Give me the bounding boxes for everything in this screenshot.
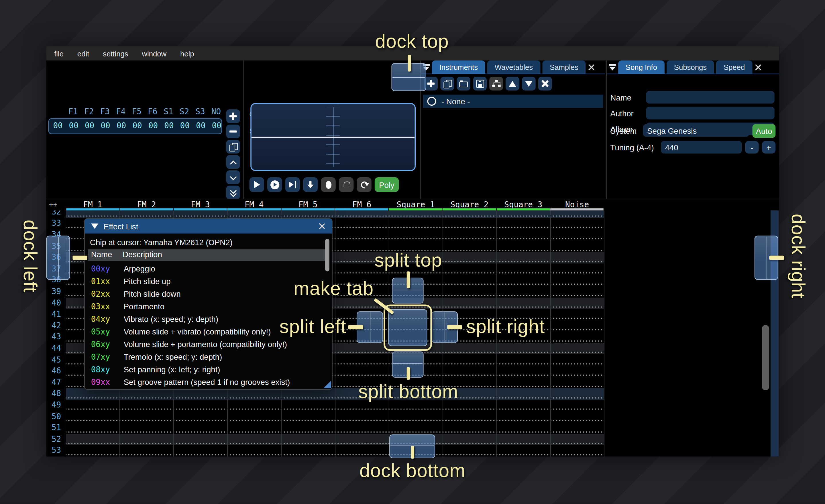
order-value[interactable]: 00 — [209, 121, 225, 130]
channel-activity-bar — [227, 208, 281, 210]
plus-icon — [229, 112, 237, 120]
channel-header-fm-3[interactable]: FM 3 — [173, 200, 227, 209]
order-channel-headers: F1F2F3F4F5F6S1S2S3NO — [47, 107, 223, 117]
pattern-cells[interactable] — [66, 445, 604, 456]
poly-button[interactable]: Poly — [375, 177, 399, 192]
effect-row[interactable]: 09xxSet groove pattern (speed 1 if no gr… — [88, 376, 326, 389]
effect-row[interactable]: 06xyVolume slide + portamento (compatibi… — [88, 339, 326, 351]
tuning-input[interactable]: 440 — [661, 141, 742, 154]
effect-list-scrollbar-thumb[interactable] — [325, 239, 329, 271]
system-input[interactable]: Sega Genesis — [643, 124, 749, 137]
song-tab-subsongs[interactable]: Subsongs — [667, 61, 714, 74]
row-number: 45 — [47, 354, 61, 366]
play-from-cursor-button[interactable] — [285, 177, 300, 192]
order-value[interactable]: 00 — [66, 121, 82, 130]
order-value[interactable]: 00 — [82, 121, 97, 130]
order-value[interactable]: 00 — [129, 121, 145, 130]
metronome-button[interactable] — [339, 177, 354, 192]
duplicate-order[interactable] — [226, 140, 240, 154]
effect-row[interactable]: 02xxPitch slide down — [88, 288, 326, 301]
song-tab-speed[interactable]: Speed — [716, 61, 752, 74]
channel-header-fm-5[interactable]: FM 5 — [281, 200, 335, 209]
name-input[interactable] — [646, 91, 774, 104]
instruments-tabstrip: InstrumentsWavetablesSamples — [423, 61, 595, 74]
duplicate-order-end[interactable] — [226, 185, 240, 199]
song-tab-song-info[interactable]: Song Info — [618, 61, 665, 74]
order-row[interactable]: 0000000000000000000000 — [49, 118, 222, 134]
channel-header-fm-1[interactable]: FM 1 — [66, 200, 120, 209]
effect-row[interactable]: 03xxPortamento — [88, 301, 326, 314]
dock-left-target[interactable] — [47, 236, 70, 280]
effect-row[interactable]: 07xyTremolo (x: speed; y: depth) — [88, 351, 326, 364]
close-icon[interactable] — [754, 64, 762, 71]
pattern-cells[interactable] — [66, 211, 604, 218]
order-value[interactable]: 00 — [177, 121, 193, 130]
add-order[interactable] — [226, 109, 240, 123]
menu-file[interactable]: file — [54, 49, 64, 58]
pattern-row: 32 — [47, 211, 779, 218]
duplicate-instrument[interactable] — [440, 77, 454, 90]
channel-header-noise[interactable]: Noise — [550, 200, 604, 209]
menu-window[interactable]: window — [142, 49, 166, 58]
channel-header-fm-4[interactable]: FM 4 — [227, 200, 281, 209]
save-instrument[interactable] — [473, 77, 487, 90]
channel-header-fm-6[interactable]: FM 6 — [335, 200, 389, 209]
tuning-plus-button[interactable]: + — [762, 141, 776, 154]
tuning-minus-button[interactable]: - — [745, 141, 759, 154]
move-instrument-up[interactable] — [506, 77, 519, 90]
annotation-dock-bottom: dock bottom — [360, 459, 465, 482]
instrument-list-item[interactable]: - None - — [423, 95, 603, 108]
play-button[interactable] — [249, 177, 264, 192]
channel-activity-bar — [443, 208, 496, 210]
play-pattern-button[interactable] — [267, 177, 282, 192]
effect-row[interactable]: 01xxPitch slide up — [88, 275, 326, 288]
step-one-row-button[interactable] — [303, 177, 318, 192]
order-value[interactable]: 00 — [98, 121, 114, 130]
author-input[interactable] — [646, 107, 774, 119]
collapse-icon[interactable] — [91, 224, 98, 229]
resize-grip[interactable] — [324, 381, 331, 388]
effect-list-titlebar[interactable]: Effect List — [85, 219, 332, 233]
move-order-up[interactable] — [226, 155, 240, 169]
delete-instrument[interactable] — [538, 77, 552, 90]
remove-order[interactable] — [226, 124, 240, 138]
order-value[interactable]: 00 — [145, 121, 161, 130]
open-instrument[interactable] — [457, 77, 470, 90]
channel-header-square-1[interactable]: Square 1 — [389, 200, 443, 209]
pattern-expand-button[interactable]: ++ — [49, 200, 57, 208]
auto-system-button[interactable]: Auto — [753, 124, 776, 138]
stop-button[interactable] — [321, 177, 335, 192]
close-icon[interactable] — [318, 223, 326, 230]
menu-help[interactable]: help — [180, 49, 194, 58]
instruments-tab-samples[interactable]: Samples — [542, 61, 586, 74]
dock-preview-line — [392, 77, 425, 78]
channel-header-fm-2[interactable]: FM 2 — [120, 200, 173, 209]
pattern-cells[interactable] — [66, 434, 604, 445]
instruments-tab-wavetables[interactable]: Wavetables — [487, 61, 540, 74]
pattern-cells[interactable] — [66, 411, 604, 422]
pattern-scrollbar-thumb[interactable] — [762, 325, 769, 390]
effect-row[interactable]: 00xyArpeggio — [88, 263, 326, 275]
pattern-cells[interactable] — [66, 400, 604, 411]
close-icon[interactable] — [588, 64, 595, 71]
channel-header-square-3[interactable]: Square 3 — [497, 200, 550, 209]
instruments-tab-instruments[interactable]: Instruments — [432, 61, 485, 74]
order-channel-F1: F1 — [65, 107, 81, 116]
menu-edit[interactable]: edit — [77, 49, 89, 58]
pattern-cells[interactable] — [66, 388, 604, 400]
menu-settings[interactable]: settings — [103, 49, 128, 58]
order-value[interactable]: 00 — [161, 121, 177, 130]
order-value[interactable]: 00 — [193, 121, 209, 130]
order-value[interactable]: 00 — [114, 121, 129, 130]
instrument-type[interactable] — [489, 77, 503, 90]
tri-down-icon — [525, 81, 532, 86]
move-instrument-down[interactable] — [522, 77, 536, 90]
tab-list-icon[interactable] — [609, 64, 616, 71]
move-order-down[interactable] — [226, 170, 240, 184]
row-number: 33 — [47, 218, 61, 229]
effect-list-column-header[interactable]: Name Description — [88, 249, 326, 261]
channel-header-square-2[interactable]: Square 2 — [443, 200, 497, 209]
repeat-pattern-button[interactable] — [357, 177, 371, 192]
effect-row[interactable]: 08xySet panning (x: left; y: right) — [88, 364, 326, 376]
pattern-cells[interactable] — [66, 422, 604, 434]
